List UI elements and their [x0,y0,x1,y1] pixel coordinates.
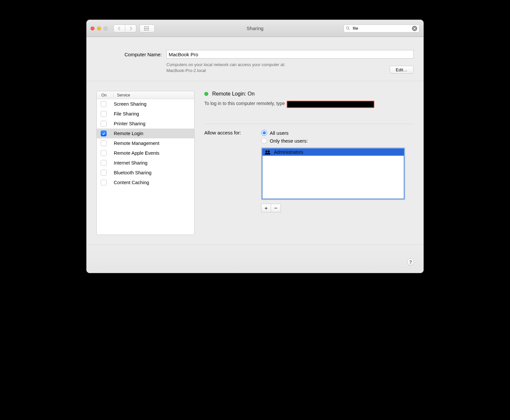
footer: ? [87,245,423,273]
chevron-right-icon [129,26,133,30]
main-area: On Service Screen SharingFile SharingPri… [87,81,423,245]
titlebar: Sharing [87,20,423,37]
svg-rect-2 [147,26,147,27]
service-checkbox[interactable] [101,150,107,156]
service-row[interactable]: Content Caching [97,178,194,187]
service-row[interactable]: Remote Login [97,129,194,138]
grid-icon [144,26,150,30]
user-add-remove: + − [261,204,405,212]
service-checkbox[interactable] [101,180,107,185]
computer-name-description: Computers on your local network can acce… [166,62,285,74]
service-row[interactable]: Bluetooth Sharing [97,168,194,178]
svg-rect-8 [144,30,145,30]
radio-knob-icon [261,130,267,136]
status-title: Remote Login: On [212,91,255,97]
service-row[interactable]: File Sharing [97,109,194,119]
svg-rect-10 [147,30,147,30]
column-service[interactable]: Service [114,93,130,97]
access-section: Allow access for: All users Only these u… [204,130,414,212]
svg-rect-11 [148,30,149,30]
service-label: Remote Apple Events [107,150,159,156]
svg-rect-5 [145,28,146,29]
computer-name-label: Computer Name: [96,52,162,57]
service-checkbox[interactable] [101,170,107,176]
close-window-button[interactable] [91,26,94,30]
service-label: Content Caching [107,180,149,185]
svg-point-14 [265,150,267,152]
service-row[interactable]: Printer Sharing [97,119,194,129]
radio-knob-icon [261,138,267,144]
service-checkbox[interactable] [101,140,107,146]
minimize-window-button[interactable] [97,26,101,30]
computer-name-section: Computer Name: Computers on your local n… [87,37,423,81]
remove-user-button[interactable]: − [271,204,281,212]
service-detail: Remote Login: On To log in to this compu… [204,91,414,235]
check-icon [102,132,106,135]
help-button[interactable]: ? [407,258,414,266]
service-checkbox[interactable] [101,131,107,136]
user-name: Administrators [274,149,303,155]
service-row[interactable]: Screen Sharing [97,99,194,109]
svg-line-13 [348,29,349,30]
traffic-lights [91,26,108,30]
service-label: Remote Management [107,141,159,146]
service-row[interactable]: Remote Management [97,138,194,148]
radio-only-label: Only these users: [270,138,308,144]
svg-rect-3 [148,26,149,27]
clear-search-button[interactable] [412,26,417,31]
service-label: Bluetooth Sharing [107,170,151,175]
column-on[interactable]: On [97,93,114,97]
add-user-button[interactable]: + [261,204,271,212]
service-checkbox[interactable] [101,101,107,107]
svg-point-15 [268,150,270,152]
show-all-button[interactable] [140,25,155,32]
service-list-header: On Service [97,91,194,99]
service-label: Internet Sharing [107,160,147,166]
svg-rect-0 [144,26,145,27]
nav-segment [113,25,136,32]
service-checkbox[interactable] [101,111,107,117]
login-hint-text: To log in to this computer remotely, typ… [204,101,285,106]
service-checkbox[interactable] [101,160,107,166]
svg-point-12 [347,27,349,29]
edit-hostname-button[interactable]: Edit… [390,66,414,74]
users-listbox[interactable]: Administrators [261,148,405,200]
chevron-left-icon [117,26,121,30]
svg-rect-1 [145,26,146,27]
x-icon [413,27,416,30]
access-label: Allow access for: [204,130,257,212]
radio-all-label: All users [270,130,289,136]
status-indicator-icon [204,92,208,96]
svg-rect-7 [148,28,149,29]
service-checkbox[interactable] [101,121,107,127]
svg-rect-9 [145,30,146,30]
radio-only-users[interactable]: Only these users: [261,138,405,144]
service-label: File Sharing [107,111,139,116]
search-icon [346,26,350,30]
service-row[interactable]: Remote Apple Events [97,148,194,158]
computer-name-input[interactable] [166,50,414,59]
preferences-window: Sharing Computer Name: Computers on your… [86,20,424,273]
service-list: On Service Screen SharingFile SharingPri… [96,91,195,235]
radio-all-users[interactable]: All users [261,130,405,136]
user-row[interactable]: Administrators [262,149,404,156]
login-command-redacted [287,101,374,108]
service-label: Screen Sharing [107,101,146,107]
service-label: Remote Login [107,131,143,136]
zoom-window-button[interactable] [104,26,108,30]
back-button[interactable] [114,25,125,32]
svg-rect-6 [147,28,147,29]
divider [204,124,414,124]
search-input[interactable] [352,26,410,31]
service-label: Printer Sharing [107,121,145,126]
service-row[interactable]: Internet Sharing [97,158,194,168]
search-field[interactable] [344,25,419,32]
svg-rect-4 [144,28,145,29]
forward-button[interactable] [125,25,136,32]
users-icon [265,150,271,154]
